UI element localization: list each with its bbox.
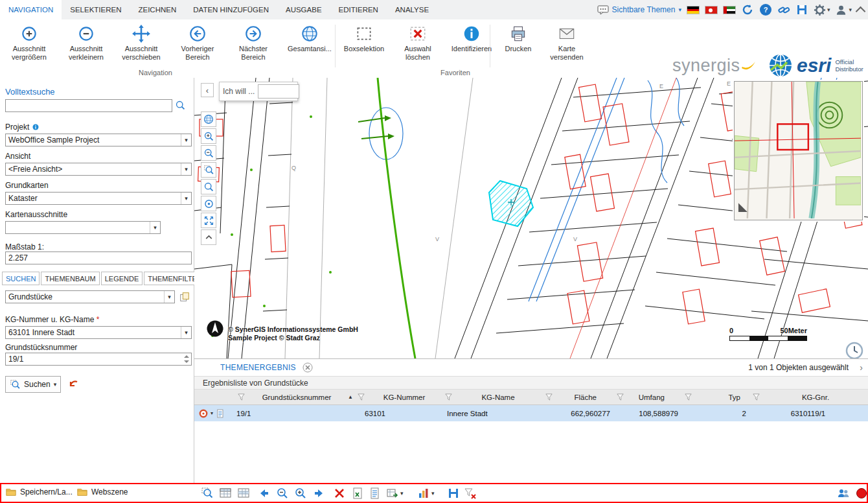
theme-result-tab[interactable]: THEMENERGEBNIS (220, 363, 296, 372)
map-zoom-box-button[interactable] (201, 162, 216, 178)
filter-funnel-icon[interactable] (444, 393, 453, 401)
filter-funnel-icon[interactable] (616, 393, 624, 401)
close-results-icon[interactable] (303, 362, 313, 373)
user-dropdown[interactable]: ▾ (835, 4, 852, 16)
previous-record-icon[interactable] (258, 487, 271, 500)
next-record-icon[interactable] (312, 487, 325, 500)
report-icon[interactable] (368, 487, 381, 500)
zoom-out-button[interactable]: Ausschnittverkleinern (59, 23, 113, 62)
scale-input[interactable] (5, 252, 192, 264)
clear-selection-button[interactable]: Auswahllöschen (391, 23, 445, 62)
column-kg-name[interactable]: KG-Name (440, 390, 541, 404)
filter-funnel-icon[interactable] (545, 393, 553, 401)
reset-search-icon[interactable] (67, 377, 80, 390)
tab-navigation[interactable]: NAVIGATION (0, 0, 62, 19)
column-kg-gnr[interactable]: KG-Gnr. (748, 390, 868, 404)
search-button[interactable]: Suchen ▾ (5, 376, 61, 393)
tab-selektieren[interactable]: SELEKTIEREN (62, 0, 130, 19)
zoom-in-button[interactable]: Ausschnittvergrößern (2, 23, 56, 62)
map-zoom-out-button[interactable] (201, 145, 216, 161)
info-icon[interactable] (32, 123, 40, 131)
link-icon[interactable] (777, 3, 790, 16)
map-globe-button[interactable] (201, 111, 216, 127)
tab-daten-hinzufuegen[interactable]: DATEN HINZUFÜGEN (185, 0, 277, 19)
tab-legende[interactable]: LEGENDE (101, 272, 143, 285)
tab-analyse[interactable]: ANALYSE (387, 0, 437, 19)
refresh-icon[interactable] (741, 3, 754, 16)
users-icon[interactable] (837, 487, 850, 500)
column-flaeche[interactable]: Fläche (541, 390, 612, 404)
export-table-icon[interactable] (386, 487, 399, 500)
filter-funnel-icon[interactable] (684, 393, 692, 401)
zoom-in-record-icon[interactable] (294, 487, 307, 500)
webscene-button[interactable]: Webszene (76, 486, 128, 498)
caret-down-icon[interactable]: ▾ (431, 490, 435, 497)
zoom-to-selection-icon[interactable] (201, 487, 214, 500)
help-icon[interactable]: ? (759, 3, 772, 16)
map-extents-select[interactable]: ▾ (5, 221, 161, 234)
filter-funnel-icon[interactable] (357, 393, 365, 401)
collapse-ribbon-icon[interactable] (856, 6, 866, 16)
time-slider-icon[interactable] (845, 341, 864, 358)
print-button[interactable]: Drucken (491, 23, 545, 53)
settings-dropdown[interactable]: ▾ (814, 4, 830, 16)
i-want-to-widget[interactable]: Ich will ... (219, 82, 298, 101)
table-view-icon[interactable] (219, 487, 232, 500)
save-icon[interactable] (795, 3, 808, 16)
flag-turkish-icon[interactable] (705, 6, 718, 14)
flag-german-icon[interactable] (687, 6, 700, 14)
column-grundstuecksnummer[interactable]: Grundstücksnummer▲ (233, 390, 353, 404)
search-icon[interactable] (175, 100, 186, 111)
map-strip-collapse-button[interactable] (201, 229, 216, 245)
project-select[interactable]: WebOffice Sample Project▾ (5, 134, 192, 146)
clear-filter-icon[interactable] (464, 487, 477, 500)
layers-copy-icon[interactable] (179, 291, 190, 303)
pan-button[interactable]: Ausschnittverschieben (114, 23, 168, 62)
fulltext-search-input[interactable] (5, 99, 172, 112)
visible-themes-dropdown[interactable]: Sichtbare Themen ▾ (597, 5, 681, 15)
previous-extent-button[interactable]: VorherigerBereich (170, 23, 225, 62)
map-zoom-in-button[interactable] (201, 128, 216, 144)
tab-ausgabe[interactable]: AUSGABE (277, 0, 330, 19)
caret-down-icon[interactable]: ▾ (400, 490, 404, 497)
save-table-icon[interactable] (447, 487, 460, 500)
caret-down-icon[interactable]: ▾ (211, 410, 213, 416)
fulltext-search-link[interactable]: Volltextsuche (5, 87, 55, 97)
map-viewport[interactable]: EEE VQV ‹ Ich will ... (194, 78, 868, 358)
kg-select[interactable]: 63101 Innere Stadt▾ (5, 326, 192, 339)
map-magnifier-button[interactable] (201, 179, 216, 194)
record-status-icon[interactable] (855, 487, 868, 500)
tab-editieren[interactable]: EDITIEREN (330, 0, 387, 19)
full-extent-button[interactable]: Gesamtansi... (282, 23, 337, 53)
view-select[interactable]: <Freie Ansicht>▾ (5, 163, 192, 176)
column-typ[interactable]: Typ (680, 390, 748, 404)
save-load-button[interactable]: Speichern/La... (5, 486, 73, 498)
table-select-icon[interactable] (237, 487, 250, 500)
flag-arabic-icon[interactable] (723, 6, 736, 14)
send-map-button[interactable]: Karteversenden (540, 23, 594, 62)
column-kg-nummer[interactable]: KG-Nummer (353, 390, 440, 404)
search-layer-select[interactable]: Grundstücke▾ (5, 290, 175, 303)
export-excel-icon[interactable] (351, 487, 364, 500)
record-detail-icon[interactable] (215, 408, 225, 419)
tab-zeichnen[interactable]: ZEICHNEN (130, 0, 185, 19)
filter-funnel-icon[interactable] (237, 393, 246, 401)
basemap-select[interactable]: Kataster▾ (5, 192, 192, 205)
box-selection-button[interactable]: Boxselektion (337, 23, 391, 53)
tab-themenbaum[interactable]: THEMENBAUM (41, 272, 99, 285)
map-full-extent-button[interactable] (201, 213, 216, 228)
overview-map[interactable] (734, 81, 863, 220)
next-extent-button[interactable]: NächsterBereich (226, 23, 280, 62)
table-row[interactable]: ▾ 19/1 63101 Innere Stadt 662,960277 108… (194, 405, 868, 421)
remove-selection-icon[interactable] (333, 487, 346, 500)
collapse-sidebar-button[interactable]: ‹ (201, 83, 214, 97)
tab-suchen[interactable]: SUCHEN (2, 272, 40, 285)
map-center-button[interactable] (201, 196, 216, 211)
column-umfang[interactable]: Umfang (612, 390, 680, 404)
zoom-out-record-icon[interactable] (276, 487, 289, 500)
locate-record-icon[interactable] (198, 408, 209, 419)
chevron-right-icon[interactable]: › (860, 362, 863, 373)
filter-funnel-icon[interactable] (752, 393, 760, 401)
parcel-number-input[interactable] (5, 353, 192, 366)
i-want-to-input[interactable] (258, 84, 299, 99)
